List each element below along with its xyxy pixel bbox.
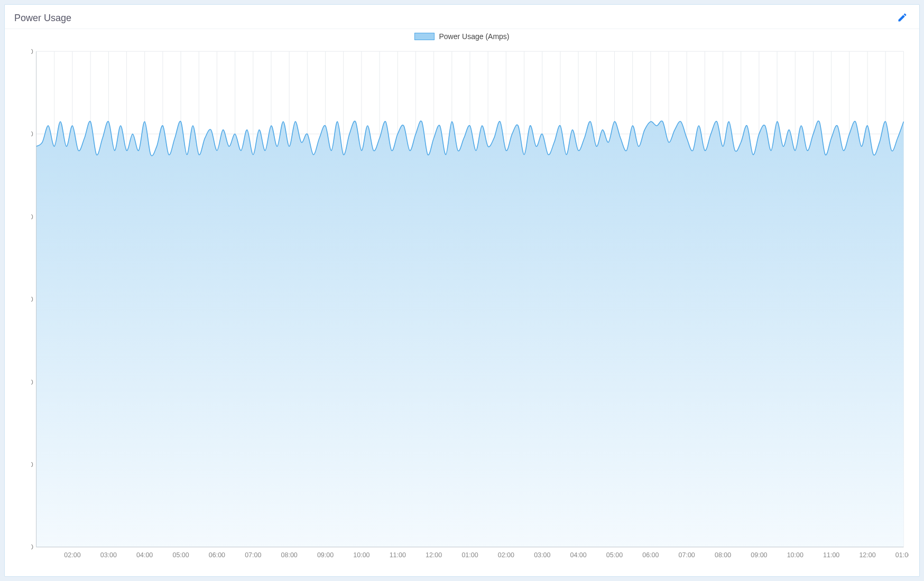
x-tick-label: 07:00 (245, 551, 261, 559)
pencil-icon (897, 12, 908, 24)
legend-swatch (414, 33, 435, 40)
x-tick-label: 06:00 (209, 551, 225, 559)
x-tick-label: 12:00 (859, 551, 875, 559)
x-tick-label: 09:00 (317, 551, 334, 559)
x-tick-label: 04:00 (570, 551, 586, 559)
x-tick-label: 03:00 (534, 551, 550, 559)
panel-title: Power Usage (14, 13, 71, 24)
x-tick-label: 02:00 (64, 551, 80, 559)
edit-button[interactable] (895, 10, 910, 26)
y-tick-label: 0 (31, 543, 33, 551)
power-usage-panel: Power Usage Power Usage (Amps) (4, 4, 920, 577)
y-tick-label: 120 (31, 48, 33, 55)
y-tick-label: 80 (31, 213, 33, 221)
y-axis-ticks: 020406080100120 (31, 48, 33, 551)
x-tick-label: 08:00 (715, 551, 731, 559)
legend-label: Power Usage (Amps) (439, 32, 509, 41)
x-tick-label: 10:00 (787, 551, 803, 559)
x-tick-label: 07:00 (679, 551, 695, 559)
x-tick-label: 01:00 (461, 551, 478, 559)
x-tick-label: 11:00 (823, 551, 839, 559)
y-tick-label: 60 (31, 295, 33, 303)
x-tick-label: 09:00 (751, 551, 767, 559)
chart-legend: Power Usage (Amps) (5, 29, 919, 42)
x-tick-label: 06:00 (642, 551, 659, 559)
x-tick-label: 11:00 (390, 551, 406, 559)
x-tick-label: 10:00 (353, 551, 369, 559)
x-tick-label: 04:00 (136, 551, 153, 559)
x-tick-label: 12:00 (426, 551, 442, 559)
x-tick-label: 03:00 (100, 551, 117, 559)
y-tick-label: 20 (31, 461, 33, 468)
y-tick-label: 40 (31, 378, 33, 386)
x-tick-label: 01:00 (895, 551, 909, 559)
plot-series (36, 121, 904, 547)
x-tick-label: 08:00 (281, 551, 298, 559)
y-tick-label: 100 (31, 130, 33, 138)
power-usage-chart: 020406080100120 02:0003:0004:0005:0006:0… (31, 44, 909, 566)
x-axis-ticks: 02:0003:0004:0005:0006:0007:0008:0009:00… (64, 551, 909, 559)
x-tick-label: 05:00 (172, 551, 189, 559)
chart-area: 020406080100120 02:0003:0004:0005:0006:0… (5, 42, 919, 576)
panel-header: Power Usage (5, 5, 919, 29)
x-tick-label: 02:00 (498, 551, 514, 559)
x-tick-label: 05:00 (606, 551, 623, 559)
